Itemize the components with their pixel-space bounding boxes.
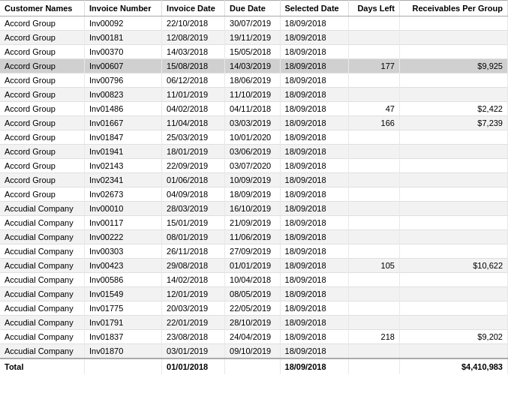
cell-days-left (349, 173, 399, 188)
table-row[interactable]: Accudial CompanyInv0042329/08/201801/01/… (0, 259, 508, 273)
cell-customer: Accord Group (0, 31, 84, 45)
cell-invoice-date: 11/01/2019 (162, 88, 225, 102)
cell-receivables (399, 45, 507, 59)
cell-days-left (349, 130, 399, 145)
table-row[interactable]: Accudial CompanyInv0030326/11/201827/09/… (0, 244, 508, 259)
cell-customer: Accudial Company (0, 316, 84, 330)
cell-invoice-date: 08/01/2019 (162, 230, 225, 244)
cell-days-left: 166 (349, 116, 399, 130)
cell-days-left (349, 145, 399, 159)
table-footer: Total 01/01/2018 18/09/2018 $4,410,983 (0, 358, 508, 374)
cell-due-date: 11/10/2019 (225, 88, 280, 102)
cell-due-date: 24/04/2019 (225, 330, 280, 344)
table-row[interactable]: Accord GroupInv0194118/01/201903/06/2019… (0, 145, 508, 159)
table-row[interactable]: Accord GroupInv0166711/04/201803/03/2019… (0, 116, 508, 130)
table-row[interactable]: Accudial CompanyInv0011715/01/201921/09/… (0, 216, 508, 230)
table-row[interactable]: Accudial CompanyInv0187003/01/201909/10/… (0, 344, 508, 359)
cell-invoice-date: 03/01/2019 (162, 344, 225, 359)
cell-days-left (349, 244, 399, 259)
table-row[interactable]: Accord GroupInv0214322/09/201903/07/2020… (0, 159, 508, 173)
table-row[interactable]: Accudial CompanyInv0154912/01/201908/05/… (0, 287, 508, 302)
cell-invoice-number: Inv00370 (84, 45, 161, 59)
table-row[interactable]: Accord GroupInv0060715/08/201814/03/2019… (0, 59, 508, 74)
cell-selected-date: 18/09/2018 (280, 287, 349, 302)
cell-receivables (399, 130, 507, 145)
cell-customer: Accudial Company (0, 216, 84, 230)
table-row[interactable]: Accudial CompanyInv0179122/01/201928/10/… (0, 316, 508, 330)
cell-due-date: 22/05/2019 (225, 302, 280, 316)
cell-invoice-number: Inv00222 (84, 230, 161, 244)
table-row[interactable]: Accudial CompanyInv0001028/03/201916/10/… (0, 202, 508, 216)
col-receivables: Receivables Per Group (399, 1, 507, 16)
table-row[interactable]: Accudial CompanyInv0022208/01/201911/06/… (0, 230, 508, 244)
cell-customer: Accord Group (0, 102, 84, 116)
table-row[interactable]: Accudial CompanyInv0177520/03/201922/05/… (0, 302, 508, 316)
cell-invoice-date: 18/01/2019 (162, 145, 225, 159)
cell-invoice-date: 04/02/2018 (162, 102, 225, 116)
cell-selected-date: 18/09/2018 (280, 102, 349, 116)
cell-invoice-number: Inv00181 (84, 31, 161, 45)
cell-invoice-date: 12/01/2019 (162, 287, 225, 302)
cell-due-date: 08/05/2019 (225, 287, 280, 302)
cell-receivables (399, 31, 507, 45)
cell-selected-date: 18/09/2018 (280, 16, 349, 31)
table-row[interactable]: Accord GroupInv0018112/08/201919/11/2019… (0, 31, 508, 45)
table-row[interactable]: Accord GroupInv0234101/06/201810/09/2019… (0, 173, 508, 188)
table-row[interactable]: Accord GroupInv0267304/09/201818/09/2019… (0, 188, 508, 202)
cell-invoice-number: Inv01775 (84, 302, 161, 316)
cell-due-date: 03/07/2020 (225, 159, 280, 173)
cell-days-left: 47 (349, 102, 399, 116)
footer-invoice-date: 01/01/2018 (162, 358, 225, 374)
footer-invoice-number (84, 358, 161, 374)
table-row[interactable]: Accord GroupInv0079606/12/201818/06/2019… (0, 74, 508, 88)
cell-selected-date: 18/09/2018 (280, 31, 349, 45)
cell-invoice-number: Inv00303 (84, 244, 161, 259)
cell-invoice-date: 20/03/2019 (162, 302, 225, 316)
cell-receivables (399, 287, 507, 302)
table-row[interactable]: Accord GroupInv0184725/03/201910/01/2020… (0, 130, 508, 145)
cell-customer: Accudial Company (0, 287, 84, 302)
cell-invoice-number: Inv02143 (84, 159, 161, 173)
cell-invoice-date: 15/01/2019 (162, 216, 225, 230)
cell-invoice-number: Inv01791 (84, 316, 161, 330)
table-row[interactable]: Accord GroupInv0009222/10/201830/07/2019… (0, 16, 508, 31)
cell-invoice-number: Inv01486 (84, 102, 161, 116)
cell-days-left: 218 (349, 330, 399, 344)
cell-due-date: 10/01/2020 (225, 130, 280, 145)
cell-receivables (399, 88, 507, 102)
cell-invoice-number: Inv01847 (84, 130, 161, 145)
cell-receivables (399, 244, 507, 259)
cell-invoice-number: Inv02341 (84, 173, 161, 188)
cell-customer: Accudial Company (0, 302, 84, 316)
invoices-table: Customer Names Invoice Number Invoice Da… (0, 0, 508, 374)
cell-invoice-date: 22/09/2019 (162, 159, 225, 173)
table-row[interactable]: Accudial CompanyInv0183723/08/201824/04/… (0, 330, 508, 344)
cell-invoice-date: 04/09/2018 (162, 188, 225, 202)
cell-receivables (399, 273, 507, 287)
cell-days-left (349, 287, 399, 302)
cell-customer: Accudial Company (0, 202, 84, 216)
cell-invoice-date: 14/02/2018 (162, 273, 225, 287)
cell-customer: Accord Group (0, 188, 84, 202)
cell-selected-date: 18/09/2018 (280, 273, 349, 287)
cell-selected-date: 18/09/2018 (280, 173, 349, 188)
cell-due-date: 03/03/2019 (225, 116, 280, 130)
footer-label: Total (0, 358, 84, 374)
table-row[interactable]: Accudial CompanyInv0058614/02/201810/04/… (0, 273, 508, 287)
table-row[interactable]: Accord GroupInv0037014/03/201815/05/2018… (0, 45, 508, 59)
cell-due-date: 11/06/2019 (225, 230, 280, 244)
cell-invoice-date: 01/06/2018 (162, 173, 225, 188)
table-row[interactable]: Accord GroupInv0082311/01/201911/10/2019… (0, 88, 508, 102)
cell-receivables: $10,622 (399, 259, 507, 273)
cell-invoice-date: 22/10/2018 (162, 16, 225, 31)
table-row[interactable]: Accord GroupInv0148604/02/201804/11/2018… (0, 102, 508, 116)
cell-selected-date: 18/09/2018 (280, 216, 349, 230)
cell-invoice-date: 29/08/2018 (162, 259, 225, 273)
cell-customer: Accord Group (0, 159, 84, 173)
cell-customer: Accord Group (0, 116, 84, 130)
cell-due-date: 09/10/2019 (225, 344, 280, 359)
cell-customer: Accudial Company (0, 344, 84, 359)
cell-selected-date: 18/09/2018 (280, 202, 349, 216)
col-invoice-number: Invoice Number (84, 1, 161, 16)
cell-receivables (399, 202, 507, 216)
